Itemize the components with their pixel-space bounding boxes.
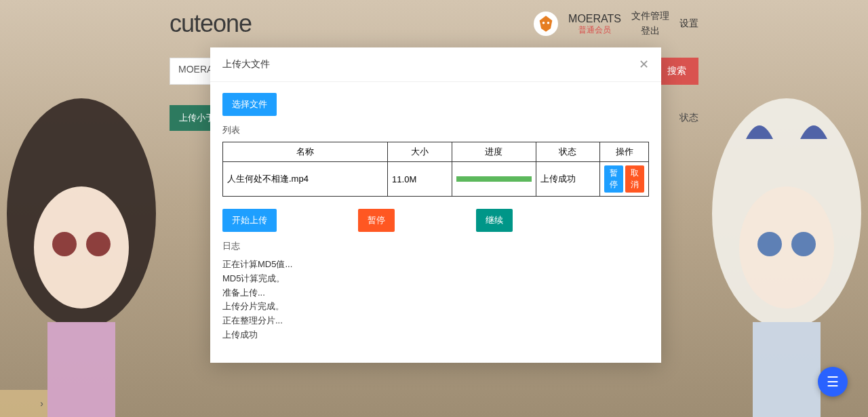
cell-size: 11.0M bbox=[388, 162, 452, 197]
search-button[interactable]: 搜索 bbox=[655, 58, 698, 85]
nav-logout[interactable]: 登出 bbox=[641, 25, 660, 37]
user-role: 普通会员 bbox=[578, 25, 611, 35]
table-row: 人生何处不相逢.mp4 11.0M 上传成功 暂停 取消 bbox=[223, 162, 649, 197]
pause-button[interactable]: 暂停 bbox=[358, 209, 395, 232]
user-block[interactable]: MOERATS 普通会员 bbox=[568, 12, 621, 35]
svg-rect-4 bbox=[47, 322, 115, 417]
log-lines: 正在计算MD5值... MD5计算完成。 准备上传... 上传分片完成。 正在整… bbox=[222, 258, 649, 342]
start-upload-button[interactable]: 开始上传 bbox=[222, 209, 277, 232]
th-size: 大小 bbox=[388, 142, 452, 162]
cell-name: 人生何处不相逢.mp4 bbox=[223, 162, 388, 197]
row-pause-button[interactable]: 暂停 bbox=[604, 165, 623, 193]
chevron-right-icon: › bbox=[40, 398, 43, 409]
log-line: 上传分片完成。 bbox=[222, 300, 649, 314]
th-action: 操作 bbox=[600, 142, 649, 162]
log-label: 日志 bbox=[222, 240, 649, 252]
nav-settings[interactable]: 设置 bbox=[679, 18, 698, 30]
username: MOERATS bbox=[568, 12, 621, 25]
logo: cuteone bbox=[170, 9, 252, 38]
svg-point-1 bbox=[34, 186, 129, 309]
modal-title: 上传大文件 bbox=[222, 58, 270, 71]
cell-progress bbox=[452, 162, 536, 197]
svg-point-10 bbox=[542, 22, 545, 24]
bottom-widget[interactable]: › bbox=[0, 390, 47, 417]
log-line: 正在计算MD5值... bbox=[222, 258, 649, 272]
cell-status: 上传成功 bbox=[536, 162, 599, 197]
header: cuteone MOERATS 普通会员 文件管理 登出 设置 bbox=[0, 0, 868, 47]
svg-point-11 bbox=[547, 22, 550, 24]
nav-file-mgmt[interactable]: 文件管理 bbox=[631, 10, 669, 22]
log-line: MD5计算完成。 bbox=[222, 272, 649, 286]
svg-point-6 bbox=[739, 186, 834, 309]
th-progress: 进度 bbox=[452, 142, 536, 162]
th-name: 名称 bbox=[223, 142, 388, 162]
status-column-label: 状态 bbox=[679, 112, 698, 124]
background-character-right bbox=[692, 78, 868, 417]
cell-action: 暂停 取消 bbox=[600, 162, 649, 197]
close-icon: ✕ bbox=[639, 58, 649, 71]
log-line: 正在整理分片... bbox=[222, 314, 649, 328]
hamburger-icon: ☰ bbox=[827, 374, 839, 390]
upload-table: 名称 大小 进度 状态 操作 人生何处不相逢.mp4 11.0M 上传成功 暂停 bbox=[222, 142, 649, 197]
modal-header: 上传大文件 ✕ bbox=[210, 47, 661, 82]
select-file-button[interactable]: 选择文件 bbox=[222, 93, 277, 116]
svg-rect-9 bbox=[753, 322, 821, 417]
log-line: 准备上传... bbox=[222, 286, 649, 300]
th-status: 状态 bbox=[536, 142, 599, 162]
svg-point-2 bbox=[52, 232, 77, 256]
progress-bar bbox=[456, 176, 532, 182]
list-label: 列表 bbox=[222, 124, 649, 136]
fox-icon bbox=[536, 14, 555, 33]
upload-modal: 上传大文件 ✕ 选择文件 列表 名称 大小 进度 状态 操作 人生何处不相逢.m… bbox=[210, 47, 661, 363]
svg-point-3 bbox=[86, 232, 111, 256]
resume-button[interactable]: 继续 bbox=[476, 209, 513, 232]
avatar[interactable] bbox=[534, 12, 558, 36]
background-character-left bbox=[0, 78, 176, 417]
svg-point-7 bbox=[757, 232, 782, 256]
row-cancel-button[interactable]: 取消 bbox=[625, 165, 644, 193]
svg-point-8 bbox=[791, 232, 816, 256]
log-line: 上传成功 bbox=[222, 328, 649, 342]
close-button[interactable]: ✕ bbox=[639, 57, 649, 72]
fab-menu-button[interactable]: ☰ bbox=[818, 367, 848, 397]
